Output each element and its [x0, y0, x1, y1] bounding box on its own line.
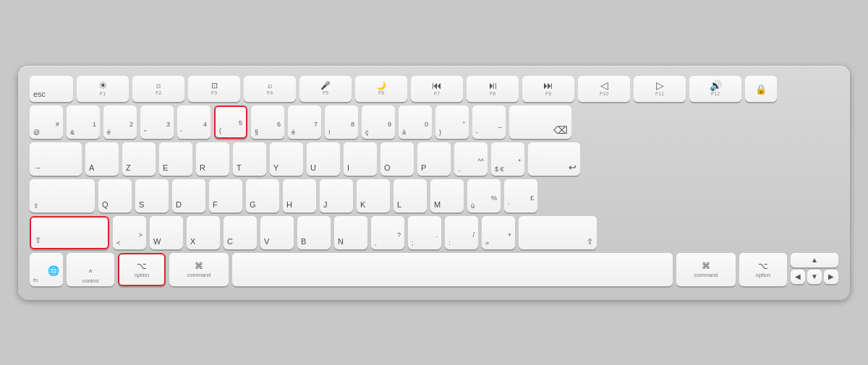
- key-z[interactable]: Z: [122, 142, 156, 176]
- key-degree-paren[interactable]: ° ): [435, 106, 469, 139]
- key-7-egrave[interactable]: 7 è: [288, 106, 321, 139]
- key-command-right[interactable]: ⌘ command: [676, 253, 736, 286]
- key-x[interactable]: X: [187, 216, 220, 249]
- key-caps-lock[interactable]: · ⇪: [30, 179, 95, 212]
- key-k[interactable]: K: [357, 179, 390, 212]
- key-6-section[interactable]: 6 §: [251, 106, 284, 139]
- key-5-paren[interactable]: 5 (: [214, 106, 247, 139]
- key-plus-minus[interactable]: _ -: [472, 106, 506, 139]
- key-e[interactable]: E: [159, 142, 192, 176]
- arrow-cluster: ▲ ◀ ▼ ▶: [791, 253, 838, 286]
- key-question[interactable]: ? ,: [371, 216, 404, 249]
- key-f5[interactable]: 🎤 F5: [299, 76, 352, 102]
- azerty-row: → A Z E R T Y U I O P ^^ .. * $ € ↩: [30, 142, 838, 176]
- key-i[interactable]: I: [344, 142, 377, 176]
- key-gt-lt[interactable]: > <: [113, 216, 146, 249]
- key-1-amp[interactable]: 1 &: [67, 106, 100, 139]
- key-f4[interactable]: ⌕ F4: [244, 76, 296, 102]
- key-f11[interactable]: ▷ F11: [634, 76, 686, 102]
- number-row: # @ 1 & 2 é 3 " 4 ': [30, 106, 838, 139]
- key-3-quote[interactable]: 3 ": [140, 106, 174, 139]
- key-b[interactable]: B: [297, 216, 331, 249]
- key-0-agrave[interactable]: 0 à: [399, 106, 432, 139]
- key-caret-diaer[interactable]: ^^ ..: [454, 142, 488, 176]
- key-h[interactable]: H: [283, 179, 316, 212]
- key-w[interactable]: W: [150, 216, 183, 249]
- key-esc[interactable]: esc: [30, 76, 73, 102]
- key-o[interactable]: O: [380, 142, 414, 176]
- key-f8[interactable]: ⏯ F8: [467, 76, 519, 102]
- key-arrow-right[interactable]: ▶: [824, 270, 838, 284]
- key-v[interactable]: V: [260, 216, 294, 249]
- key-p[interactable]: P: [417, 142, 451, 176]
- key-f12[interactable]: 🔊 F12: [689, 76, 741, 102]
- key-d[interactable]: D: [172, 179, 205, 212]
- key-backspace[interactable]: ⌫: [509, 106, 571, 139]
- key-f6[interactable]: 🌙 F6: [355, 76, 407, 102]
- key-8-excl[interactable]: 8 !: [325, 106, 358, 139]
- key-enter[interactable]: ↩: [528, 142, 580, 176]
- key-command-left[interactable]: ⌘ command: [169, 253, 229, 286]
- key-l[interactable]: L: [393, 179, 427, 212]
- key-arrow-down[interactable]: ▼: [807, 270, 822, 284]
- key-pound-sterling[interactable]: £ `: [504, 179, 537, 212]
- key-option-left[interactable]: ⌥ option: [118, 253, 166, 286]
- key-2-e[interactable]: 2 é: [103, 106, 137, 139]
- key-slash-colon[interactable]: / :: [445, 216, 478, 249]
- key-u[interactable]: U: [307, 142, 340, 176]
- key-space[interactable]: [232, 253, 673, 286]
- key-arrow-left[interactable]: ◀: [791, 270, 805, 284]
- key-lock[interactable]: 🔒: [745, 76, 777, 102]
- key-t[interactable]: T: [233, 142, 266, 176]
- key-s[interactable]: S: [135, 179, 169, 212]
- key-9-ccedil[interactable]: 9 ç: [362, 106, 395, 139]
- key-y[interactable]: Y: [270, 142, 303, 176]
- key-f3[interactable]: ⊡ F3: [188, 76, 240, 102]
- key-m[interactable]: M: [430, 179, 464, 212]
- qsdf-row: · ⇪ Q S D F G H J K L M % ù £ `: [30, 179, 838, 212]
- key-a[interactable]: A: [85, 142, 119, 176]
- key-arrow-up[interactable]: ▲: [791, 253, 838, 267]
- keyboard: esc ☀ F1 ☼ F2 ⊡ F3 ⌕ F4: [18, 66, 850, 300]
- key-hash-at[interactable]: # @: [30, 106, 63, 139]
- key-c[interactable]: C: [224, 216, 257, 249]
- key-control[interactable]: ^ control: [67, 253, 114, 286]
- key-period-semi[interactable]: . ;: [408, 216, 441, 249]
- key-g[interactable]: G: [246, 179, 279, 212]
- key-f9[interactable]: ⏭ F9: [522, 76, 574, 102]
- key-f[interactable]: F: [209, 179, 242, 212]
- key-shift-left[interactable]: ⇧: [30, 216, 109, 249]
- key-tab[interactable]: →: [30, 142, 82, 176]
- key-shift-right[interactable]: ⇧: [519, 216, 597, 249]
- key-n[interactable]: N: [334, 216, 367, 249]
- key-4-tick[interactable]: 4 ': [177, 106, 210, 139]
- key-f7[interactable]: ⏮ F7: [411, 76, 463, 102]
- key-option-right[interactable]: ⌥ option: [739, 253, 787, 286]
- function-row: esc ☀ F1 ☼ F2 ⊡ F3 ⌕ F4: [30, 76, 838, 102]
- key-q[interactable]: Q: [98, 179, 132, 212]
- key-fn[interactable]: 🌐 fn: [30, 253, 63, 286]
- key-plus-equal[interactable]: + =: [482, 216, 515, 249]
- key-r[interactable]: R: [196, 142, 229, 176]
- key-f2[interactable]: ☼ F2: [132, 76, 184, 102]
- bottom-row: 🌐 fn ^ control ⌥ option ⌘ command: [30, 253, 838, 286]
- key-f1[interactable]: ☀ F1: [77, 76, 129, 102]
- key-f10[interactable]: ◁ F10: [578, 76, 630, 102]
- wxcv-row: ⇧ > < W X C V B N ? , . ; /: [30, 216, 838, 249]
- key-j[interactable]: J: [320, 179, 353, 212]
- key-dollar-euro[interactable]: * $ €: [491, 142, 524, 176]
- key-pct-pound[interactable]: % ù: [467, 179, 501, 212]
